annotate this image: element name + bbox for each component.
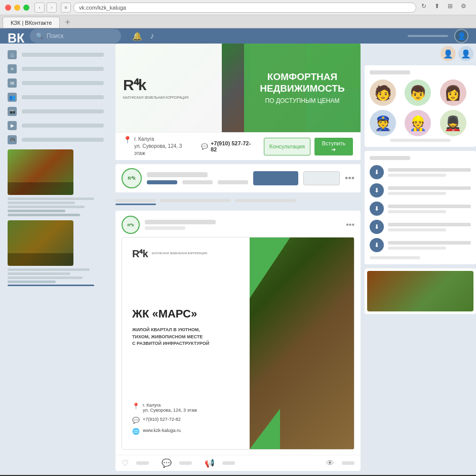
- settings-button[interactable]: ⚙: [461, 3, 471, 13]
- close-button[interactable]: [5, 5, 11, 11]
- sidebar-image-1[interactable]: [8, 149, 73, 195]
- friend-figure-6: 💂: [444, 115, 462, 132]
- rli-text-3: [388, 205, 471, 213]
- profile-tab-1[interactable]: [182, 180, 213, 184]
- post-jk-title: ЖК «МАРС»: [132, 307, 240, 321]
- feed-header: [115, 196, 361, 208]
- maximize-button[interactable]: [23, 5, 29, 11]
- sidebar-label-games: [22, 138, 104, 142]
- sidebar-label-video: [22, 124, 104, 128]
- right-building-card: [365, 268, 476, 314]
- sidebar-item-messages[interactable]: ✉: [0, 76, 111, 90]
- sidebar-item-video[interactable]: ▶: [0, 118, 111, 133]
- sidebar-label-home: [22, 53, 104, 57]
- rli-icon-4: ⬇: [370, 220, 384, 234]
- friend-figure-2: 👦: [409, 85, 427, 101]
- address-bar[interactable]: vk.com/kzk_kaluga: [73, 3, 416, 13]
- rli-text-1: [388, 168, 471, 177]
- sidebar-item-photos[interactable]: 📷: [0, 104, 111, 118]
- feed-tab-3[interactable]: [235, 199, 296, 202]
- right-list-item-5[interactable]: ⬇: [370, 238, 471, 252]
- friend-avatar-3[interactable]: 👩: [440, 80, 466, 106]
- back-button[interactable]: ‹: [34, 3, 45, 13]
- banner-street: ул. Суворова, 124, 3 этаж: [134, 143, 193, 157]
- sidebar-label-photos: [22, 109, 104, 113]
- right-list-item-2[interactable]: ⬇: [370, 183, 471, 197]
- sidebar-item-games[interactable]: 🎮: [0, 133, 111, 147]
- banner-city: г. Калуга: [134, 136, 193, 143]
- post-address-item: 📍 г. Калуга ул. Суворова, 124, 3 этаж: [132, 403, 240, 413]
- address-icon: 📍: [123, 136, 132, 144]
- vk-search-bar[interactable]: 🔍 Поиск: [30, 29, 121, 43]
- friends-icon: 👥: [8, 93, 17, 102]
- forward-button[interactable]: ›: [47, 3, 57, 13]
- right-list-item-3[interactable]: ⬇: [370, 202, 471, 216]
- join-button[interactable]: Вступить ➜: [314, 138, 353, 155]
- comment-button[interactable]: 💬: [162, 458, 172, 468]
- kzk-company-name: КАЛУЖСКАЯ ЗЕМЕЛЬНАЯ КОРПОРАЦИЯ: [123, 95, 188, 100]
- sidebar-item-friends[interactable]: 👥: [0, 90, 111, 104]
- profile-tab-active[interactable]: [147, 180, 177, 184]
- nav-right-line: [408, 35, 448, 37]
- post-card: R⁴k ••• R⁴k КАЛУЖСКАЯ З: [115, 211, 361, 471]
- user-avatar-small[interactable]: 👤: [454, 29, 468, 43]
- post-author-info: [145, 220, 341, 230]
- more-options-button[interactable]: •••: [345, 173, 354, 184]
- profile-avatar: R⁴k: [122, 168, 142, 188]
- sidebar-item-news[interactable]: ≡: [0, 62, 111, 76]
- sidebar-item-home[interactable]: ⌂: [0, 48, 111, 62]
- share-button[interactable]: ⬆: [434, 3, 445, 13]
- friend-avatar-1[interactable]: 🧑: [370, 80, 396, 106]
- nav-extra-button[interactable]: ≡: [61, 3, 71, 13]
- subscribe-button[interactable]: [253, 171, 298, 185]
- notifications-icon[interactable]: 🔔: [132, 31, 142, 41]
- top-user-avatar-2: 👤: [458, 46, 473, 61]
- right-list-item-1[interactable]: ⬇: [370, 165, 471, 179]
- post-author-avatar[interactable]: R⁴k: [122, 216, 140, 234]
- post-phone-number: +7(910) 527-72-82: [143, 417, 181, 422]
- bookmark-button[interactable]: ⊞: [448, 3, 458, 13]
- post-website-item: 🌐 www.kzk-kaluga.ru: [132, 428, 240, 435]
- consult-button[interactable]: Консультация: [264, 138, 310, 155]
- post-content-left: R⁴k КАЛУЖСКАЯ ЗЕМЕЛЬНАЯ КОРПОРАЦИЯ ЖК «М…: [122, 237, 250, 449]
- profile-tab-2[interactable]: [218, 180, 248, 184]
- nav-buttons: ‹ ›: [34, 3, 57, 13]
- friend-avatar-4[interactable]: 👮: [370, 110, 396, 136]
- subscribers-card: 🧑 👦 👩 👮 👷 💂: [365, 65, 476, 147]
- banner-image: R⁴k КАЛУЖСКАЯ ЗЕМЕЛЬНАЯ КОРПОРАЦИЯ КОМФО…: [115, 44, 361, 132]
- post-more-button[interactable]: •••: [346, 220, 354, 229]
- minimize-button[interactable]: [14, 5, 20, 11]
- banner-bottom: 📍 г. Калуга ул. Суворова, 124, 3 этаж 💬 …: [115, 132, 361, 160]
- right-list-item-4[interactable]: ⬇: [370, 220, 471, 234]
- news-icon: ≡: [8, 64, 17, 73]
- feed-tab-2[interactable]: [160, 199, 231, 202]
- share-button[interactable]: 📢: [205, 458, 215, 468]
- browser-tab[interactable]: КЗК | ВКонтакте: [3, 17, 60, 28]
- friend-avatar-6[interactable]: 💂: [440, 110, 466, 136]
- message-button[interactable]: [303, 171, 340, 185]
- right-list-footer: [370, 256, 420, 259]
- feed-tab-1[interactable]: [115, 199, 156, 202]
- browser-right-controls: ↻ ⬆ ⊞ ⚙: [421, 3, 471, 13]
- music-icon[interactable]: ♪: [150, 31, 154, 41]
- see-all-subscribers: [390, 139, 451, 142]
- post-logo-subtitle: КАЛУЖСКАЯ ЗЕМЕЛЬНАЯ КОРПОРАЦИЯ: [152, 252, 207, 256]
- vk-center-content: R⁴k КАЛУЖСКАЯ ЗЕМЕЛЬНАЯ КОРПОРАЦИЯ КОМФО…: [111, 44, 365, 475]
- sidebar-image-2[interactable]: [8, 220, 73, 266]
- vk-main-content: ⌂ ≡ ✉ 👥 📷 ▶: [0, 44, 476, 475]
- post-building-side: [250, 237, 354, 449]
- like-button[interactable]: ♡: [122, 458, 129, 468]
- post-website: www.kzk-kaluga.ru: [143, 428, 181, 433]
- rli-text-4: [388, 223, 471, 231]
- friend-avatar-5[interactable]: 👷: [405, 110, 431, 136]
- vk-nav-icons: 🔔 ♪: [132, 31, 154, 41]
- post-address-icon: 📍: [132, 403, 140, 410]
- sidebar-label-news: [22, 67, 104, 71]
- new-tab-button[interactable]: +: [65, 17, 70, 28]
- friend-avatar-2[interactable]: 👦: [405, 80, 431, 106]
- profile-name-bar: [147, 172, 208, 177]
- phone-icon: 💬: [201, 143, 208, 150]
- rli-icon-2: ⬇: [370, 183, 384, 197]
- post-header: R⁴k •••: [115, 211, 361, 237]
- reload-button[interactable]: ↻: [421, 3, 431, 13]
